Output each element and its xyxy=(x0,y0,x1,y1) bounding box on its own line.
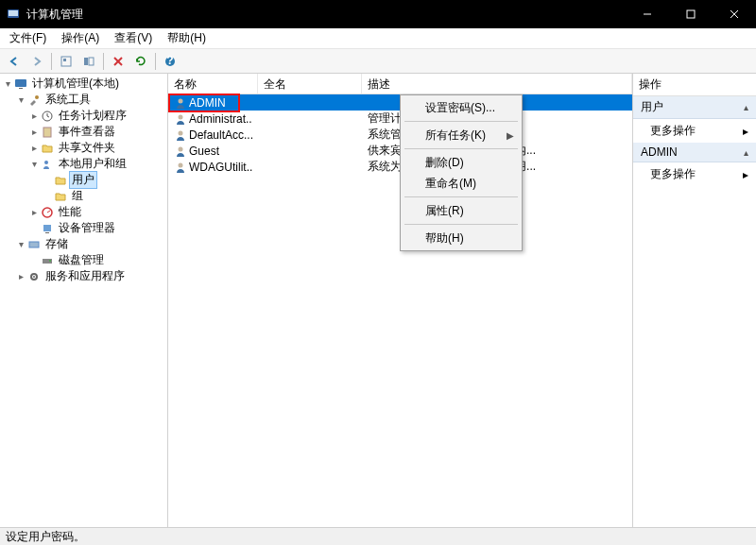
refresh-button[interactable] xyxy=(130,51,151,72)
svg-rect-14 xyxy=(15,79,26,87)
svg-point-34 xyxy=(179,146,183,151)
tree-device-manager[interactable]: 设备管理器 xyxy=(28,220,167,236)
svg-point-28 xyxy=(49,260,51,262)
svg-rect-3 xyxy=(687,10,695,18)
tree-root[interactable]: ▾计算机管理(本地) ▾系统工具 ▸任务计划程序 ▸事件查看器 ▸共享文件夹 ▾… xyxy=(2,76,167,284)
tree-disk-management[interactable]: 磁盘管理 xyxy=(28,252,167,268)
actions-more-actions[interactable]: 更多操作▸ xyxy=(633,119,756,143)
tree-groups[interactable]: 组 xyxy=(42,188,167,204)
column-header-fullname[interactable]: 全名 xyxy=(258,74,362,94)
services-icon xyxy=(26,270,42,283)
delete-button[interactable] xyxy=(108,51,129,72)
actions-pane-title: 操作 xyxy=(633,74,756,96)
chevron-down-icon[interactable]: ▾ xyxy=(15,239,26,250)
chevron-up-icon: ▴ xyxy=(744,102,748,112)
computer-icon xyxy=(13,77,28,91)
help-button[interactable]: ? xyxy=(160,51,180,72)
menu-file[interactable]: 文件(F) xyxy=(2,28,54,48)
show-hide-button[interactable] xyxy=(78,51,99,72)
chevron-right-icon[interactable]: ▸ xyxy=(28,111,40,122)
back-button[interactable] xyxy=(4,51,25,72)
chevron-right-icon[interactable]: ▸ xyxy=(28,207,40,218)
up-button[interactable] xyxy=(56,51,77,72)
window-controls xyxy=(626,0,756,28)
svg-rect-1 xyxy=(9,10,18,16)
toolbar-separator xyxy=(155,53,156,70)
menu-help[interactable]: 帮助(H) xyxy=(160,28,214,48)
storage-icon xyxy=(26,238,42,251)
context-menu: 设置密码(S)... 所有任务(K)▶ 删除(D) 重命名(M) 属性(R) 帮… xyxy=(400,94,523,251)
menu-separator xyxy=(404,121,518,122)
svg-rect-26 xyxy=(29,242,39,247)
close-button[interactable] xyxy=(713,0,756,28)
menu-help[interactable]: 帮助(H) xyxy=(403,228,520,248)
forward-button[interactable] xyxy=(26,51,47,72)
menu-properties[interactable]: 属性(R) xyxy=(403,200,520,221)
chevron-right-icon: ▸ xyxy=(743,125,748,138)
menu-rename[interactable]: 重命名(M) xyxy=(403,173,520,194)
svg-rect-15 xyxy=(19,88,23,89)
tree-task-scheduler[interactable]: ▸任务计划程序 xyxy=(28,108,167,124)
menu-separator xyxy=(404,224,518,225)
chevron-down-icon[interactable]: ▾ xyxy=(28,159,40,170)
folder-icon xyxy=(53,174,68,187)
svg-point-33 xyxy=(179,130,183,135)
svg-rect-25 xyxy=(45,232,49,233)
column-header-name[interactable]: 名称 xyxy=(168,74,258,94)
users-icon xyxy=(40,158,55,171)
tree-storage[interactable]: ▾存储 磁盘管理 xyxy=(15,236,167,268)
user-name: WDAGUtilit.. xyxy=(189,161,252,174)
chevron-right-icon[interactable]: ▸ xyxy=(28,127,40,138)
svg-rect-20 xyxy=(43,128,51,137)
chevron-right-icon[interactable]: ▸ xyxy=(28,143,40,154)
tree-local-users-groups[interactable]: ▾本地用户和组 用户 组 xyxy=(28,156,167,204)
svg-point-31 xyxy=(179,98,183,103)
menu-set-password[interactable]: 设置密码(S)... xyxy=(403,97,520,118)
chevron-right-icon: ▶ xyxy=(507,130,514,141)
user-name: Guest xyxy=(189,145,219,158)
tools-icon xyxy=(26,94,42,107)
tree-event-viewer[interactable]: ▸事件查看器 xyxy=(28,124,167,140)
folder-icon xyxy=(53,190,68,203)
tree-services-apps[interactable]: ▸服务和应用程序 xyxy=(15,268,167,284)
column-header-description[interactable]: 描述 xyxy=(362,74,632,94)
tree-system-tools[interactable]: ▾系统工具 ▸任务计划程序 ▸事件查看器 ▸共享文件夹 ▾本地用户和组 用户 组 xyxy=(15,92,167,236)
menu-view[interactable]: 查看(V) xyxy=(107,28,160,48)
svg-rect-7 xyxy=(63,59,66,61)
toolbar-separator xyxy=(103,53,104,70)
menu-delete[interactable]: 删除(D) xyxy=(403,152,520,173)
svg-rect-9 xyxy=(89,58,94,65)
app-icon xyxy=(6,7,21,22)
tree-shared-folders[interactable]: ▸共享文件夹 xyxy=(28,140,167,156)
user-icon xyxy=(174,145,187,158)
minimize-button[interactable] xyxy=(626,0,669,28)
chevron-right-icon: ▸ xyxy=(743,168,748,181)
toolbar-separator xyxy=(51,53,52,70)
menu-all-tasks[interactable]: 所有任务(K)▶ xyxy=(403,125,520,145)
actions-group-users[interactable]: 用户▴ xyxy=(633,96,756,119)
menu-separator xyxy=(404,148,518,149)
chevron-up-icon: ▴ xyxy=(744,147,748,158)
user-icon xyxy=(174,128,187,142)
svg-point-21 xyxy=(44,161,48,164)
window-title: 计算机管理 xyxy=(26,7,626,23)
chevron-right-icon[interactable]: ▸ xyxy=(15,271,26,282)
list-header: 名称 全名 描述 xyxy=(168,74,632,94)
chevron-down-icon[interactable]: ▾ xyxy=(2,78,13,90)
navigation-tree: ▾计算机管理(本地) ▾系统工具 ▸任务计划程序 ▸事件查看器 ▸共享文件夹 ▾… xyxy=(0,76,167,284)
menu-action[interactable]: 操作(A) xyxy=(54,28,107,48)
device-icon xyxy=(40,222,55,235)
tree-performance[interactable]: ▸性能 xyxy=(28,204,167,220)
toolbar: ? xyxy=(0,49,756,74)
actions-more-actions[interactable]: 更多操作▸ xyxy=(633,162,756,186)
svg-text:?: ? xyxy=(166,55,173,67)
chevron-down-icon[interactable]: ▾ xyxy=(15,94,26,106)
titlebar: 计算机管理 xyxy=(0,0,756,28)
svg-rect-24 xyxy=(43,225,51,231)
svg-rect-8 xyxy=(84,58,88,65)
performance-icon xyxy=(40,206,55,219)
maximize-button[interactable] xyxy=(669,0,713,28)
event-icon xyxy=(40,126,55,139)
actions-group-admin[interactable]: ADMIN▴ xyxy=(633,143,756,162)
tree-users[interactable]: 用户 xyxy=(42,172,167,188)
